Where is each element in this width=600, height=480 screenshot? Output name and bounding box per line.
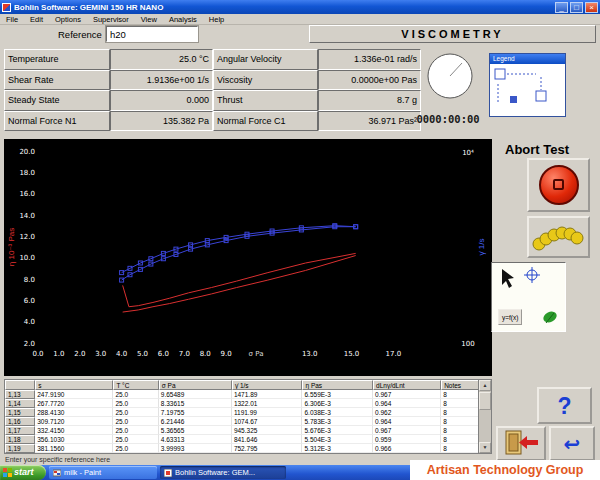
equilibrium-button[interactable]: [527, 216, 590, 258]
x-tick-label: 3.0: [95, 350, 106, 358]
windows-flag-icon: [3, 468, 12, 477]
close-button[interactable]: ×: [585, 2, 598, 13]
table-cell: 25.0: [113, 390, 158, 399]
paint-icon: [53, 469, 61, 477]
menu-edit[interactable]: Edit: [24, 15, 49, 24]
x-tick-label: 9.0: [221, 350, 232, 358]
app-icon: [2, 3, 11, 12]
start-label: start: [14, 467, 34, 477]
abort-test-label: Abort Test: [505, 142, 597, 157]
menu-view[interactable]: View: [135, 15, 163, 24]
task-bohlin[interactable]: Bohlin Software: GEM...: [160, 466, 286, 479]
y-tick-label: 20.0: [19, 148, 35, 156]
table-cell: 5.676E-3: [302, 426, 373, 435]
legend-window[interactable]: Legend: [489, 53, 566, 117]
reading-label: Steady State: [4, 90, 110, 111]
table-row[interactable]: 1,15288.413025.07.197551191.996.038E-30.…: [5, 408, 479, 417]
x-tick-label: 5.0: [137, 350, 148, 358]
x-tick-label: 1.0: [53, 350, 64, 358]
table-cell: 945.325: [232, 426, 303, 435]
clock-face-icon: [426, 52, 474, 100]
table-cell: 8: [441, 426, 479, 435]
menu-help[interactable]: Help: [203, 15, 230, 24]
column-header[interactable]: γ̇ 1/s: [232, 380, 303, 390]
task-bohlin-label: Bohlin Software: GEM...: [175, 467, 255, 479]
x-tick-label: 0.0: [32, 350, 43, 358]
table-row[interactable]: 1,14267.772025.08.336151322.016.306E-30.…: [5, 399, 479, 408]
column-header[interactable]: [5, 380, 35, 390]
exit-button[interactable]: [496, 426, 546, 461]
table-cell: 25.0: [113, 426, 158, 435]
stop-icon: [539, 165, 579, 205]
menu-supervisor[interactable]: Supervisor: [87, 15, 135, 24]
mode-title: VISCOMETRY: [309, 25, 596, 43]
reading-value: 36.971 Pas²: [318, 111, 421, 132]
window-title: Bohlin Software: GEMINI 150 HR NANO: [14, 3, 553, 12]
table-cell: 1,18: [5, 435, 35, 444]
table-cell: 25.0: [113, 399, 158, 408]
menu-options[interactable]: Options: [49, 15, 87, 24]
scroll-down-icon[interactable]: ▼: [479, 442, 491, 453]
back-arrow-icon: ↩: [564, 433, 581, 455]
table-scrollbar[interactable]: ▲ ▼: [478, 380, 491, 453]
start-button[interactable]: start: [0, 465, 46, 480]
x-tick-label: 7.0: [179, 350, 190, 358]
reading-value: 0.000: [110, 90, 213, 111]
column-header[interactable]: dLnγ/dLnt: [373, 380, 441, 390]
table-cell: 7.19755: [159, 408, 232, 417]
scrollbar-thumb[interactable]: [479, 392, 491, 410]
table-row[interactable]: 1,13247.919025.09.654891471.896.559E-30.…: [5, 390, 479, 399]
table-cell: 8: [441, 435, 479, 444]
table-cell: 288.4130: [35, 408, 113, 417]
column-header[interactable]: η Pas: [302, 380, 373, 390]
menu-file[interactable]: File: [0, 15, 24, 24]
column-header[interactable]: Notes: [441, 380, 479, 390]
reading-value: 1.9136e+00 1/s: [110, 70, 213, 91]
legend-thumbnail-icon: [490, 64, 565, 114]
table-cell: 4.63313: [159, 435, 232, 444]
table-row[interactable]: 1,18356.103025.04.63313841.6465.504E-30.…: [5, 435, 479, 444]
leaf-icon: [540, 309, 560, 327]
reading-label: Viscosity: [213, 70, 318, 91]
abort-button[interactable]: [527, 158, 590, 212]
y-tick-label: 2.0: [24, 340, 35, 348]
y-tick-label: 16.0: [19, 190, 35, 198]
x-tick-label: 6.0: [158, 350, 169, 358]
menu-analysis[interactable]: Analysis: [163, 15, 203, 24]
maximize-button[interactable]: □: [570, 2, 583, 13]
help-button[interactable]: ?: [537, 387, 592, 424]
right-axis-bottom-label: 100: [461, 340, 474, 348]
back-button[interactable]: ↩: [549, 426, 595, 461]
scroll-up-icon[interactable]: ▲: [479, 380, 491, 391]
reading-label: Normal Force C1: [213, 111, 318, 132]
table-row[interactable]: 1,16309.712025.06.214461074.675.783E-30.…: [5, 417, 479, 426]
tools-panel: y=f(x): [491, 262, 566, 332]
column-header[interactable]: σ Pa: [159, 380, 232, 390]
column-header[interactable]: T °C: [113, 380, 158, 390]
table-cell: 5.783E-3: [302, 417, 373, 426]
task-paint[interactable]: milk - Paint: [49, 466, 157, 479]
y-tick-label: 14.0: [19, 212, 35, 220]
column-header[interactable]: s: [35, 380, 113, 390]
table-cell: 6.306E-3: [302, 399, 373, 408]
legend-preview: [490, 64, 565, 116]
minimize-button[interactable]: _: [555, 2, 568, 13]
reading-value: 0.0000e+00 Pas: [318, 70, 421, 91]
x-tick-label: 15.0: [344, 350, 360, 358]
table-cell: 1,19: [5, 444, 35, 453]
x-tick-label: 8.0: [200, 350, 211, 358]
table-cell: 25.0: [113, 444, 158, 453]
table-cell: 1074.67: [232, 417, 303, 426]
titlebar: Bohlin Software: GEMINI 150 HR NANO _ □ …: [0, 0, 600, 14]
table-cell: 267.7720: [35, 399, 113, 408]
table-row[interactable]: 1,17332.415025.05.36565945.3255.676E-30.…: [5, 426, 479, 435]
reference-input[interactable]: [106, 26, 198, 42]
reading-value: 8.7 g: [318, 90, 421, 111]
exit-door-icon: [500, 429, 542, 456]
table-cell: 6.559E-3: [302, 390, 373, 399]
table-cell: 9.65489: [159, 390, 232, 399]
fx-button[interactable]: y=f(x): [498, 309, 522, 325]
table-cell: 6.21446: [159, 417, 232, 426]
table-row[interactable]: 1,19381.156025.03.99993752.7955.312E-30.…: [5, 444, 479, 453]
table-cell: 247.9190: [35, 390, 113, 399]
